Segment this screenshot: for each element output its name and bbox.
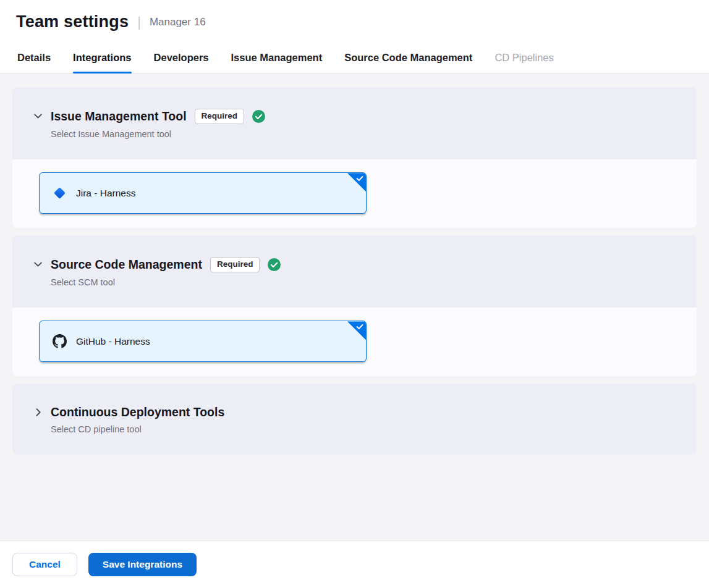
section-subtitle: Select Issue Management tool [51,129,265,139]
check-circle-icon [268,258,281,271]
section-continuous-deployment-tools: Continuous Deployment Tools Select CD pi… [12,384,697,455]
cancel-button[interactable]: Cancel [12,553,77,576]
page-header: Team settings | Manager 16 [0,0,709,41]
required-badge: Required [195,109,245,124]
footer-actions: Cancel Save Integrations [0,540,709,588]
chevron-right-icon[interactable] [30,407,46,434]
selected-check-icon [347,321,366,340]
tab-developers[interactable]: Developers [154,41,209,73]
check-circle-icon [252,110,265,123]
option-label: GitHub - Harness [76,336,150,347]
team-settings-page: Team settings | Manager 16 Details Integ… [0,0,709,588]
option-jira-harness[interactable]: Jira - Harness [39,172,367,214]
tab-integrations[interactable]: Integrations [73,41,131,73]
jira-icon [52,186,67,201]
option-github-harness[interactable]: GitHub - Harness [39,321,367,362]
section-title: Continuous Deployment Tools [51,405,224,419]
tab-issue-management[interactable]: Issue Management [231,41,323,73]
page-title: Team settings [16,12,129,32]
section-issue-management-tool: Issue Management Tool Required Select Is… [12,87,697,228]
option-label: Jira - Harness [76,188,135,199]
section-subtitle: Select CD pipeline tool [51,424,224,434]
chevron-down-icon[interactable] [30,111,46,139]
settings-tabbar: Details Integrations Developers Issue Ma… [0,41,709,74]
tab-source-code-management[interactable]: Source Code Management [344,41,472,73]
section-subtitle: Select SCM tool [51,277,281,287]
section-scm-body: GitHub - Harness [12,308,697,376]
required-badge: Required [210,257,260,272]
section-title: Issue Management Tool [51,109,187,124]
section-issue-management-body: Jira - Harness [12,159,697,228]
title-divider: | [137,14,141,30]
tab-details[interactable]: Details [17,41,51,73]
section-issue-management-header[interactable]: Issue Management Tool Required Select Is… [12,87,697,159]
chevron-down-icon[interactable] [30,259,46,287]
integrations-content: Issue Management Tool Required Select Is… [0,74,709,540]
section-title: Source Code Management [51,258,202,272]
tab-cd-pipelines: CD Pipelines [495,41,553,73]
section-cd-header[interactable]: Continuous Deployment Tools Select CD pi… [12,384,697,455]
selected-check-icon [347,173,366,191]
save-integrations-button[interactable]: Save Integrations [88,553,197,576]
manager-context-label: Manager 16 [150,16,206,28]
github-icon [52,334,67,349]
section-source-code-management: Source Code Management Required Select S… [12,235,697,376]
section-scm-header[interactable]: Source Code Management Required Select S… [12,235,697,308]
